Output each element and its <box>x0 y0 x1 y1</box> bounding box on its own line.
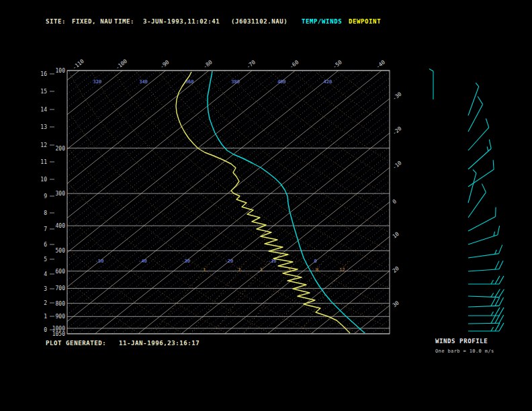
svg-text:-30: -30 <box>392 91 403 101</box>
svg-text:320: 320 <box>93 79 102 85</box>
svg-text:8: 8 <box>316 267 318 273</box>
svg-text:400: 400 <box>277 79 286 85</box>
svg-text:3: 3 <box>259 267 262 273</box>
svg-text:400: 400 <box>56 223 66 229</box>
svg-text:-100: -100 <box>114 58 128 71</box>
svg-text:1: 1 <box>44 314 47 320</box>
svg-text:380: 380 <box>231 79 240 85</box>
svg-text:30: 30 <box>392 300 400 308</box>
isotherms-solid-group <box>67 71 390 334</box>
svg-text:13: 13 <box>40 124 47 130</box>
chart-border <box>67 71 390 334</box>
svg-text:5: 5 <box>44 257 47 263</box>
svg-text:0: 0 <box>44 327 47 333</box>
svg-text:-80: -80 <box>202 59 214 70</box>
svg-text:4: 4 <box>44 271 47 277</box>
svg-text:1050: 1050 <box>52 331 65 337</box>
svg-text:-40: -40 <box>138 259 147 264</box>
wind-barbs-group <box>429 69 504 332</box>
axis-labels-group: 1002003004005006007008009001000105016151… <box>40 58 402 337</box>
svg-text:8: 8 <box>44 210 47 216</box>
svg-text:14: 14 <box>40 107 47 113</box>
svg-text:12: 12 <box>339 267 345 273</box>
svg-text:340: 340 <box>139 79 148 85</box>
skewt-screen: { "header": { "site_label": "SITE:", "si… <box>0 0 532 411</box>
svg-text:-40: -40 <box>375 59 386 70</box>
svg-text:15: 15 <box>40 89 47 95</box>
svg-text:-70: -70 <box>245 59 257 70</box>
svg-text:7: 7 <box>44 226 47 232</box>
svg-text:-20: -20 <box>392 126 403 136</box>
svg-text:900: 900 <box>56 314 66 320</box>
svg-text:-10: -10 <box>392 160 403 171</box>
winds-profile-title: WINDS PROFILE <box>435 338 488 345</box>
svg-text:700: 700 <box>56 285 66 291</box>
svg-text:3: 3 <box>44 286 47 292</box>
svg-text:800: 800 <box>56 301 66 307</box>
svg-text:300: 300 <box>56 191 66 197</box>
dewpoint-trace <box>176 72 350 333</box>
svg-text:0: 0 <box>392 198 398 205</box>
svg-text:-60: -60 <box>288 59 300 70</box>
svg-text:20: 20 <box>392 265 400 274</box>
svg-text:200: 200 <box>56 146 66 152</box>
svg-text:-50: -50 <box>332 59 343 70</box>
svg-text:500: 500 <box>56 248 66 254</box>
svg-text:420: 420 <box>323 79 332 85</box>
svg-text:6: 6 <box>44 242 47 248</box>
svg-text:11: 11 <box>40 159 47 165</box>
svg-text:-50: -50 <box>95 259 104 264</box>
svg-text:-90: -90 <box>159 59 171 70</box>
svg-text:0: 0 <box>314 259 316 264</box>
pressure-grid-group <box>67 71 390 334</box>
svg-text:-110: -110 <box>71 58 85 71</box>
svg-text:-30: -30 <box>181 259 190 264</box>
svg-text:12: 12 <box>40 142 47 148</box>
svg-text:10: 10 <box>392 231 400 240</box>
svg-text:600: 600 <box>56 269 66 275</box>
svg-text:9: 9 <box>44 193 47 199</box>
plot-generated-label: PLOT GENERATED: <box>46 340 106 347</box>
winds-profile-caption: One barb = 10.0 m/s <box>435 349 494 354</box>
plot-generated-value: 11-JAN-1996,23:16:17 <box>119 340 200 347</box>
isotherms-dotted-group <box>67 71 390 334</box>
svg-text:100: 100 <box>56 68 66 74</box>
svg-text:-10: -10 <box>268 259 277 264</box>
inline-isoline-labels-group: 320340360380400420-50-40-30-20-100123581… <box>93 79 345 273</box>
svg-text:16: 16 <box>40 71 47 77</box>
svg-text:2: 2 <box>44 300 47 306</box>
mixing-ratio-group <box>153 261 348 334</box>
svg-text:2: 2 <box>238 267 240 273</box>
svg-text:1: 1 <box>203 267 206 273</box>
svg-text:-20: -20 <box>225 259 234 264</box>
svg-text:10: 10 <box>40 177 47 183</box>
